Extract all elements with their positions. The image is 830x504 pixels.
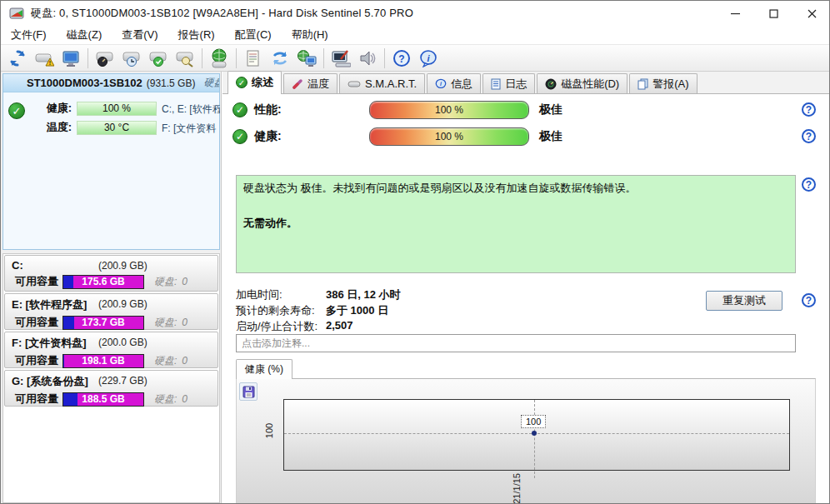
health-label: 健康: (32, 101, 72, 116)
disk-search-icon[interactable] (172, 47, 198, 70)
app-window: 硬盘: 0, ST1000DM003-1SB102 [W9A2A8EH] - H… (0, 0, 830, 504)
drive-row-g[interactable]: G: [系统备份盘](229.7 GB) 可用容量 188.5 GB 硬盘:0 (4, 370, 218, 407)
toolbar-separator (384, 48, 385, 68)
tab-log[interactable]: 日志 (482, 73, 535, 93)
health-history-plot: 100 (283, 399, 790, 471)
disk-volumes-line1: C:, E: [软件程 (162, 102, 220, 117)
drive-row-c[interactable]: C:(200.9 GB) 可用容量 175.6 GB 硬盘:0 (4, 255, 218, 292)
app-logo-icon (9, 7, 24, 20)
tab-label: 信息 (451, 77, 472, 92)
overview-pane: ✓ 性能: 100 % 极佳 ? ✓ 健康: 100 % 极佳 ? 硬盘状态为 … (222, 94, 830, 504)
speaker-icon[interactable] (354, 47, 381, 70)
disk-capacity: (931.5 GB) (147, 77, 196, 89)
drive-row-e[interactable]: E: [软件程序盘](200.9 GB) 可用容量 173.7 GB 硬盘:0 (4, 293, 218, 330)
help-icon[interactable]: ? (388, 47, 415, 70)
drive-name: E: [软件程序盘] (12, 297, 87, 312)
free-space-bar: 198.1 GB (62, 354, 144, 368)
drive-name: F: [文件资料盘] (12, 336, 87, 351)
free-space-bar: 188.5 GB (62, 392, 144, 407)
free-space-value: 175.6 GB (82, 276, 124, 287)
performance-help-icon[interactable]: ? (802, 102, 816, 117)
disk-clock-icon[interactable] (118, 47, 145, 70)
globe-disk-icon[interactable] (206, 47, 232, 70)
y-axis-tick: 100 (264, 423, 274, 438)
menu-view[interactable]: 查看(V) (112, 25, 168, 45)
thermometer-icon (292, 78, 303, 90)
data-point-label: 100 (521, 415, 546, 428)
sync-icon[interactable] (267, 47, 293, 70)
disk-number: 硬盘: 0 (203, 76, 219, 90)
tab-label: 日志 (505, 77, 527, 92)
info-icon[interactable]: i (415, 47, 442, 70)
info-icon: i (435, 78, 447, 90)
disk-volumes-line2: F: [文件资料 (162, 122, 220, 136)
disk-check-icon[interactable] (145, 47, 172, 70)
menu-help[interactable]: 帮助(H) (282, 25, 338, 45)
menu-disk[interactable]: 磁盘(Z) (57, 25, 112, 45)
tab-label: 温度 (308, 77, 329, 92)
temperature-label: 温度: (32, 120, 72, 135)
network-computer-icon[interactable] (293, 47, 320, 70)
toolbar-separator (236, 48, 237, 68)
close-button[interactable] (792, 1, 830, 26)
disk-overview-panel[interactable]: ST1000DM003-1SB102 (931.5 GB) 硬盘: 0 ✓ 健康… (2, 73, 220, 250)
performance-bar: 100 % (369, 101, 529, 119)
drive-disk-number: 0 (182, 317, 188, 328)
svg-text:?: ? (398, 52, 404, 64)
drive-name: C: (12, 259, 23, 272)
save-chart-button[interactable] (239, 382, 258, 401)
disk-alert-icon[interactable]: ! (31, 47, 58, 70)
tab-overview[interactable]: ✓综述 (228, 71, 282, 93)
title-bar: 硬盘: 0, ST1000DM003-1SB102 [W9A2A8EH] - H… (1, 1, 830, 26)
start-stop-value: 2,507 (326, 319, 353, 334)
tab-disk-performance[interactable]: 磁盘性能(D) (537, 73, 628, 93)
main-content: ✓综述 温度 S.M.A.R.T. i信息 日志 磁盘性能(D) 警报(A) ✓… (222, 72, 830, 504)
health-rating: 极佳 (539, 129, 562, 144)
drive-disk-number: 0 (182, 393, 188, 405)
tab-information[interactable]: i信息 (427, 73, 481, 93)
free-space-value: 198.1 GB (82, 355, 124, 367)
action-text: 无需动作。 (243, 216, 788, 231)
disk-gauge-icon[interactable] (92, 47, 118, 70)
drive-disk-label: 硬盘: (154, 316, 177, 330)
performance-check-icon: ✓ (232, 102, 248, 117)
menu-file[interactable]: 文件(F) (1, 25, 57, 45)
toolbar-separator (88, 48, 88, 68)
chart-tab-health[interactable]: 健康 (%) (236, 359, 292, 379)
lifetime-label: 预计的剩余寿命: (236, 303, 326, 318)
retest-help-icon[interactable]: ? (802, 293, 816, 307)
drive-disk-label: 硬盘: (154, 392, 177, 407)
retest-button[interactable]: 重复测试 (706, 291, 782, 311)
menu-config[interactable]: 配置(C) (225, 25, 282, 45)
menu-report[interactable]: 报告(R) (168, 25, 225, 45)
maximize-button[interactable] (754, 1, 792, 26)
document-icon (491, 78, 501, 90)
tab-label: 磁盘性能(D) (561, 77, 619, 92)
free-space-value: 173.7 GB (82, 317, 124, 328)
refresh-icon[interactable] (4, 47, 31, 70)
tab-temperature[interactable]: 温度 (283, 73, 338, 93)
tab-alerts[interactable]: 警报(A) (629, 73, 697, 93)
tab-label: S.M.A.R.T. (365, 77, 417, 90)
drive-capacity: (200.0 GB) (98, 337, 148, 348)
health-chart-panel: 100 100 2021/1/15 (236, 378, 816, 504)
toolbar-separator (202, 48, 202, 68)
report-icon[interactable] (240, 47, 267, 70)
drive-row-f[interactable]: F: [文件资料盘](200.0 GB) 可用容量 198.1 GB 硬盘:0 (4, 332, 218, 368)
free-space-label: 可用容量 (12, 315, 58, 330)
free-space-value: 188.5 GB (82, 393, 124, 405)
gauge-icon (545, 78, 557, 90)
comment-input[interactable] (236, 334, 796, 352)
disk-model: ST1000DM003-1SB102 (27, 77, 142, 89)
health-help-icon[interactable]: ? (802, 129, 816, 143)
performance-percent: 100 % (435, 104, 463, 116)
minimize-button[interactable] (716, 1, 754, 26)
performance-rating: 极佳 (539, 102, 562, 117)
toolbar: ! ? i (1, 45, 830, 72)
status-help-icon[interactable]: ? (802, 177, 816, 192)
test-computer-icon[interactable] (328, 47, 354, 70)
floppy-icon (242, 386, 255, 398)
tab-smart[interactable]: S.M.A.R.T. (339, 73, 425, 93)
monitor-icon[interactable] (58, 47, 84, 70)
drive-capacity: (229.7 GB) (98, 375, 148, 387)
